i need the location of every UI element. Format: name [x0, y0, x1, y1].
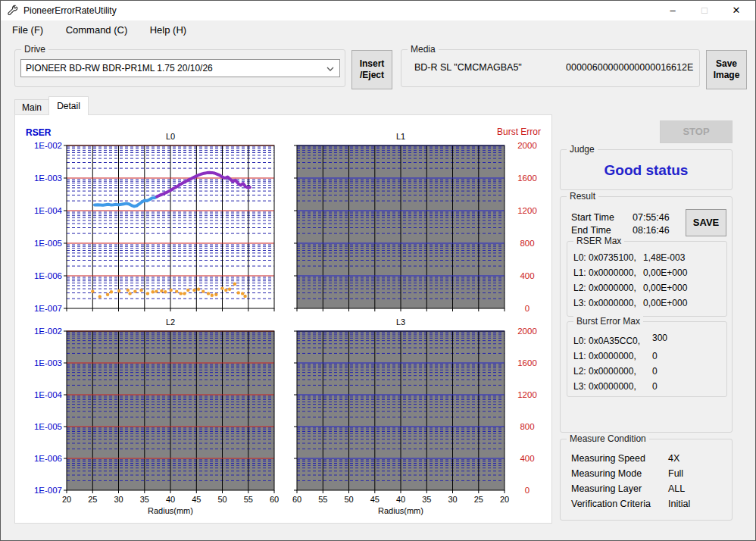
svg-text:0: 0: [525, 486, 530, 495]
burst-max-row-l1-value: 0: [652, 351, 658, 361]
insert-eject-line2: /Eject: [360, 70, 384, 81]
save-image-line1: Save: [716, 58, 737, 70]
measuring-mode-value: Full: [668, 468, 683, 479]
burst-error-dot: [170, 289, 173, 292]
save-image-button[interactable]: Save Image: [706, 50, 747, 89]
close-button[interactable]: ✕: [720, 1, 752, 20]
save-button[interactable]: SAVE: [686, 209, 726, 236]
burst-error-dot: [91, 289, 94, 292]
menu-file[interactable]: File (F): [5, 20, 51, 39]
media-group: Media BD-R SL "CMCMAGBA5" 00000600000000…: [401, 49, 700, 87]
start-time-label: Start Time: [571, 212, 614, 223]
rser-max-row-l3-addr: L3: 0x0000000,: [573, 298, 636, 308]
verification-criteria-value: Initial: [668, 499, 690, 509]
burst-error-dot: [175, 289, 178, 292]
rser-max-row-l0-addr: L0: 0x0735100,: [573, 252, 636, 263]
burst-error-dot: [237, 291, 240, 294]
svg-text:L0: L0: [166, 132, 175, 141]
svg-text:L1: L1: [396, 132, 405, 141]
svg-text:0: 0: [525, 304, 530, 313]
menu-help[interactable]: Help (H): [142, 20, 194, 39]
rser-max-group: RSER Max L0: 0x0735100, 1,48E-003 L1: 0x…: [567, 241, 727, 317]
tab-detail[interactable]: Detail: [48, 96, 89, 115]
burst-error-dot: [152, 290, 155, 293]
minimize-button[interactable]: –: [657, 1, 689, 20]
svg-text:L3: L3: [396, 317, 405, 327]
burst-error-dot: [197, 288, 200, 291]
svg-text:30: 30: [448, 495, 457, 504]
burst-error-dot: [110, 290, 113, 293]
svg-text:400: 400: [520, 454, 534, 463]
burst-max-row-l3-addr: L3: 0x0000000,: [573, 381, 636, 392]
svg-text:55: 55: [318, 495, 327, 504]
drive-select[interactable]: PIONEER BD-RW BDR-PR1ML 1.75 20/10/26: [20, 59, 340, 77]
app-window: PioneerErrorRateUtility – □ ✕ File (F) C…: [0, 0, 756, 541]
measure-condition-group: Measure Condition Measuring Speed 4X Mea…: [560, 439, 733, 521]
svg-text:60: 60: [292, 495, 301, 504]
chart-l1: L1: [294, 132, 505, 311]
window-title: PioneerErrorRateUtility: [23, 5, 117, 16]
burst-max-row-l2-addr: L2: 0x0000000,: [573, 366, 636, 377]
burst-error-dot: [146, 292, 149, 295]
svg-text:1600: 1600: [517, 358, 537, 367]
measuring-speed-value: 4X: [668, 453, 679, 464]
svg-text:35: 35: [140, 495, 149, 504]
rser-axis-title: RSER: [26, 127, 71, 138]
svg-text:50: 50: [217, 495, 226, 504]
burst-error-dot: [98, 295, 102, 298]
chart-panel: RSER Burst Error L0L1L220253035404550556…: [14, 114, 552, 524]
burst-max-row-l0-value: 300: [652, 333, 667, 343]
svg-text:1E-003: 1E-003: [34, 174, 62, 183]
end-time-label: End Time: [571, 225, 611, 236]
svg-text:1E-002: 1E-002: [34, 141, 62, 150]
insert-eject-button[interactable]: Insert /Eject: [351, 50, 392, 89]
media-group-label: Media: [408, 44, 439, 55]
svg-text:2000: 2000: [517, 141, 537, 150]
burst-error-dot: [243, 295, 246, 298]
menu-command[interactable]: Command (C): [58, 20, 136, 39]
burst-error-dot: [106, 293, 109, 296]
burst-error-dot: [233, 283, 236, 286]
measuring-layer-label: Measuring Layer: [571, 483, 642, 494]
insert-eject-line1: Insert: [360, 58, 385, 70]
burst-error-dot: [183, 292, 186, 295]
measure-condition-label: Measure Condition: [567, 433, 649, 444]
svg-text:L2: L2: [166, 317, 175, 327]
svg-text:1E-007: 1E-007: [34, 486, 62, 495]
svg-text:20: 20: [62, 495, 71, 504]
burst-error-dot: [160, 289, 163, 292]
svg-text:1600: 1600: [517, 174, 537, 183]
burst-error-dot: [128, 292, 131, 295]
rser-max-row-l1-addr: L1: 0x0000000,: [573, 267, 636, 278]
burst-error-max-group: Burst Error Max L0: 0x0A35CC0, 300 L1: 0…: [567, 321, 727, 397]
result-group-label: Result: [567, 191, 598, 202]
svg-text:60: 60: [270, 495, 279, 504]
burst-error-dot: [127, 289, 130, 292]
start-time-value: 07:55:46: [633, 212, 670, 223]
burst-error-dot: [186, 289, 189, 292]
svg-text:800: 800: [520, 239, 534, 248]
svg-text:Radius(mm): Radius(mm): [148, 506, 193, 515]
measuring-mode-label: Measuring Mode: [571, 468, 642, 479]
burst-error-dot: [224, 289, 227, 292]
tab-main[interactable]: Main: [14, 99, 49, 115]
svg-text:45: 45: [370, 495, 380, 504]
wrench-icon: [7, 5, 19, 17]
svg-text:40: 40: [396, 495, 405, 504]
burst-error-dot: [133, 289, 136, 292]
verification-criteria-label: Verification Criteria: [571, 499, 651, 509]
svg-text:45: 45: [192, 495, 201, 504]
burst-error-dot: [201, 289, 205, 292]
media-type-text: BD-R SL "CMCMAGBA5": [414, 62, 522, 73]
svg-text:1E-006: 1E-006: [34, 271, 62, 280]
media-id-text: 00000600000000000016612E: [566, 62, 693, 73]
burst-error-dot: [241, 292, 244, 295]
svg-text:Radius(mm): Radius(mm): [378, 506, 423, 515]
chevron-down-icon: [326, 65, 334, 73]
rser-max-row-l2-value: 0,00E+000: [643, 283, 687, 293]
stop-button: STOP: [660, 120, 733, 143]
rser-max-row-l1-value: 0,00E+000: [643, 267, 687, 278]
burst-max-row-l3-value: 0: [652, 381, 658, 392]
svg-text:1E-003: 1E-003: [34, 358, 62, 367]
svg-text:2000: 2000: [517, 327, 537, 336]
